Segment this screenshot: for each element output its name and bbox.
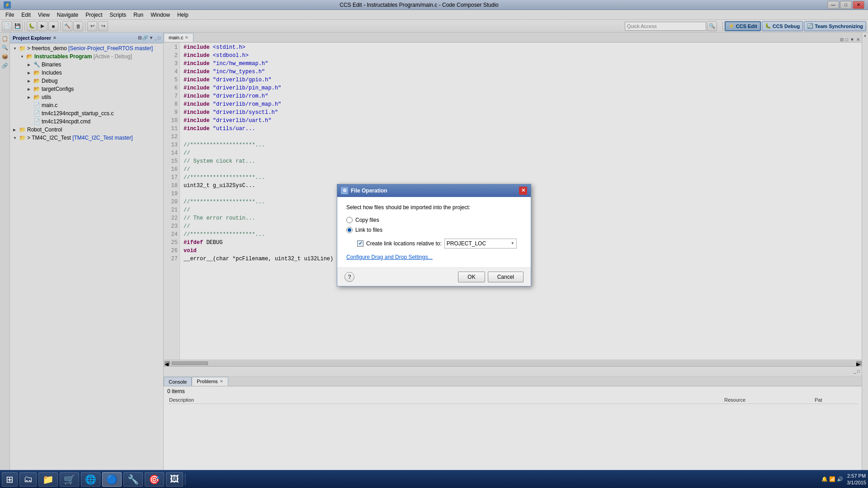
taskbar-tools[interactable]: 🔧 <box>123 472 143 487</box>
copy-files-option[interactable]: Copy files <box>346 217 522 223</box>
link-files-option[interactable]: Link to files <box>346 227 522 233</box>
ok-button[interactable]: OK <box>458 272 485 282</box>
dialog-title-bar: ⚙ File Operation ✕ <box>337 184 531 197</box>
taskbar-app7[interactable]: 🎯 <box>145 472 164 487</box>
taskbar-files[interactable]: 🗂 <box>19 472 37 487</box>
taskbar-separator <box>185 474 185 485</box>
link-files-radio[interactable] <box>346 227 353 233</box>
system-icons: 🔔 📶 🔊 <box>821 476 843 482</box>
taskbar-ccs[interactable]: 🔵 <box>102 472 122 487</box>
dialog-footer: ? OK Cancel <box>337 267 531 286</box>
project-loc-select[interactable]: PROJECT_LOC ▼ <box>444 239 517 249</box>
taskbar-explorer[interactable]: 📁 <box>38 472 58 487</box>
taskbar-photos[interactable]: 🖼 <box>166 472 183 487</box>
taskbar-right: 🔔 📶 🔊 2:57 PM 3/1/2015 <box>821 473 866 486</box>
dialog-instruction: Select how files should be imported into… <box>346 204 522 211</box>
taskbar-chrome[interactable]: 🌐 <box>81 472 100 487</box>
help-button[interactable]: ? <box>344 272 354 282</box>
create-link-row: ✓ Create link locations relative to: PRO… <box>357 239 522 249</box>
taskbar-store[interactable]: 🛒 <box>60 472 79 487</box>
taskbar: ⊞ 🗂 📁 🛒 🌐 🔵 🔧 🎯 🖼 🔔 📶 🔊 2:57 PM 3/1/2015 <box>0 470 868 488</box>
clock-time: 2:57 PM <box>847 473 866 479</box>
dialog-close-button[interactable]: ✕ <box>519 187 527 195</box>
dialog-title-text: File Operation <box>351 188 387 194</box>
file-operation-dialog: ⚙ File Operation ✕ Select how files shou… <box>337 184 531 286</box>
dialog-body: Select how files should be imported into… <box>337 197 531 267</box>
dialog-icon: ⚙ <box>341 187 348 194</box>
copy-files-radio[interactable] <box>346 217 353 223</box>
create-link-label: Create link locations relative to: <box>366 240 442 247</box>
create-link-checkbox[interactable]: ✓ <box>357 240 363 247</box>
select-value: PROJECT_LOC <box>447 240 486 247</box>
taskbar-clock[interactable]: 2:57 PM 3/1/2015 <box>847 473 866 486</box>
link-files-label: Link to files <box>355 227 382 233</box>
dialog-overlay: ⚙ File Operation ✕ Select how files shou… <box>0 0 868 470</box>
clock-date: 3/1/2015 <box>847 479 866 486</box>
configure-settings-link[interactable]: Configure Drag and Drop Settings... <box>346 254 522 260</box>
copy-files-label: Copy files <box>355 217 379 223</box>
start-button[interactable]: ⊞ <box>2 472 18 487</box>
cancel-button[interactable]: Cancel <box>488 272 524 282</box>
select-arrow-icon: ▼ <box>511 241 514 245</box>
